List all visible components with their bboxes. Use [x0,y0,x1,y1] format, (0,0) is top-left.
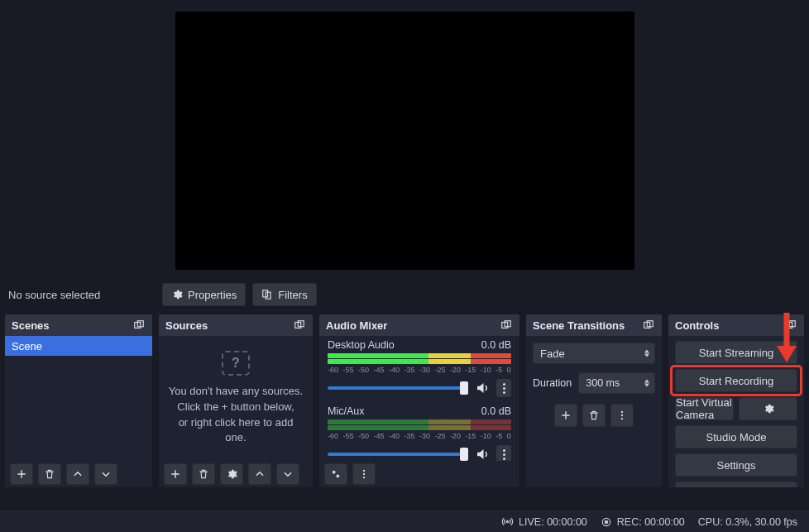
channel-menu-button[interactable] [496,379,511,397]
audio-mixer-dock: Audio Mixer Desktop Audio0.0 dB-60-55-50… [319,314,519,487]
duration-value: 300 ms [586,377,620,389]
meter-ticks: -60-55-50-45-40-35-30-25-20-15-10-50 [328,432,511,440]
scenes-dock: Scenes Scene [5,314,152,487]
popout-icon[interactable] [293,319,306,332]
audio-meter [328,425,511,430]
channel-menu-button[interactable] [496,445,511,461]
scene-down-button[interactable] [94,463,117,485]
volume-slider[interactable] [328,453,468,456]
svg-point-22 [605,520,608,524]
svg-point-12 [363,477,365,478]
controls-title: Controls [675,319,719,332]
no-source-label: No source selected [7,289,156,301]
status-cpu: CPU: 0.3%, 30.00 fps [698,516,797,528]
filters-icon [261,289,273,300]
channel-level: 0.0 dB [481,339,511,351]
svg-point-8 [333,471,336,474]
sources-list[interactable]: ? You don't have any sources. Click the … [159,336,313,461]
svg-point-10 [363,470,365,472]
start-recording-button[interactable]: Start Recording [675,369,797,392]
mixer-channel: Desktop Audio0.0 dB-60-55-50-45-40-35-30… [328,339,511,397]
audio-meter [328,353,511,358]
controls-dock: Controls Start Streaming Start Recording… [668,314,804,487]
properties-label: Properties [188,289,237,301]
svg-point-16 [621,415,623,416]
popout-icon[interactable] [132,319,146,332]
audio-meter [328,359,511,364]
scenes-title: Scenes [12,319,50,332]
gear-icon [171,289,183,300]
remove-source-button[interactable] [192,463,215,485]
transitions-dock: Scene Transitions Fade Duration 300 ms [526,314,662,487]
status-bar: LIVE: 00:00:00 REC: 00:00:00 CPU: 0.3%, … [0,510,809,532]
volume-slider[interactable] [328,386,468,390]
svg-point-20 [507,521,509,523]
popout-icon[interactable] [500,319,513,332]
updown-icon [644,380,649,387]
duration-input[interactable]: 300 ms [578,372,655,394]
svg-point-9 [336,474,339,477]
add-transition-button[interactable] [554,404,577,427]
speaker-icon[interactable] [475,381,490,395]
svg-point-15 [621,411,623,413]
updown-icon [644,350,649,357]
status-rec[interactable]: REC: 00:00:00 [601,516,685,528]
status-live[interactable]: LIVE: 00:00:00 [501,515,587,528]
sources-empty-text: You don't have any sources. Click the + … [167,384,304,446]
mixer-channel: Mic/Aux0.0 dB-60-55-50-45-40-35-30-25-20… [328,405,511,461]
scene-item[interactable]: Scene [5,336,152,356]
source-down-button[interactable] [276,463,299,485]
speaker-icon[interactable] [475,447,490,461]
popout-icon[interactable] [642,319,655,332]
transition-menu-button[interactable] [610,404,634,427]
remove-scene-button[interactable] [38,463,61,485]
channel-name: Mic/Aux [328,405,364,417]
remove-transition-button[interactable] [582,404,606,427]
scene-up-button[interactable] [66,463,89,485]
broadcast-icon [501,515,514,528]
svg-point-17 [621,418,623,419]
filters-button[interactable]: Filters [252,283,316,306]
sources-title: Sources [165,319,208,332]
add-scene-button[interactable] [10,463,33,485]
transitions-title: Scene Transitions [533,319,625,332]
audio-meter [328,419,511,424]
record-icon [601,516,612,528]
duration-label: Duration [533,377,572,389]
settings-button[interactable]: Settings [675,453,797,477]
mixer-title: Audio Mixer [326,319,387,332]
filters-label: Filters [278,289,307,301]
source-properties-button[interactable] [220,463,243,485]
source-toolbar: No source selected Properties Filters [0,278,809,311]
channel-level: 0.0 dB [481,405,511,417]
svg-point-11 [363,473,365,475]
start-streaming-button[interactable]: Start Streaming [675,341,797,364]
meter-ticks: -60-55-50-45-40-35-30-25-20-15-10-50 [328,366,511,374]
mixer-advanced-button[interactable] [324,463,347,485]
start-virtual-camera-button[interactable]: Start Virtual Camera [675,397,734,420]
mixer-menu-button[interactable] [352,463,376,485]
source-up-button[interactable] [248,463,271,485]
dock-row: Scenes Scene Sources ? You don't have an… [0,311,809,487]
scenes-list[interactable]: Scene [5,336,152,461]
transition-selected: Fade [540,347,565,360]
properties-button[interactable]: Properties [162,283,246,306]
sources-dock: Sources ? You don't have any sources. Cl… [159,314,313,487]
exit-button[interactable]: Exit [675,482,797,487]
question-icon: ? [222,351,250,376]
add-source-button[interactable] [164,463,187,485]
transition-select[interactable]: Fade [533,343,655,364]
virtual-camera-settings-button[interactable] [739,397,797,420]
preview-area [0,0,809,278]
popout-icon[interactable] [784,319,797,332]
studio-mode-button[interactable]: Studio Mode [675,425,797,448]
channel-name: Desktop Audio [328,339,395,351]
svg-rect-1 [266,292,271,299]
preview-canvas[interactable] [175,12,634,270]
